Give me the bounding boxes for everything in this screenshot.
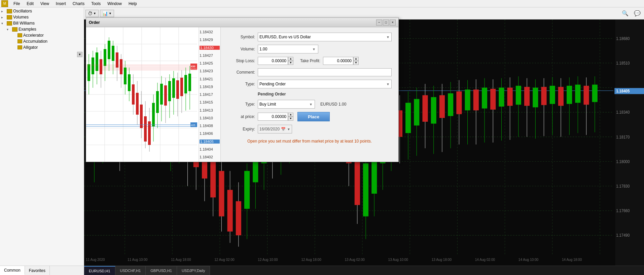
sidebar-item-label: Oscillators <box>13 9 32 13</box>
menu-window[interactable]: Window <box>106 1 123 7</box>
menu-charts[interactable]: Charts <box>71 1 86 7</box>
pending-type-select[interactable]: Buy Limit <box>258 100 315 109</box>
type-label: Type: <box>227 82 258 86</box>
sidebar-item-accumulation[interactable]: Accumulation <box>0 38 84 44</box>
svg-rect-207 <box>136 93 139 115</box>
svg-rect-199 <box>120 59 122 74</box>
svg-rect-211 <box>144 116 147 142</box>
app-icon: M <box>1 0 8 7</box>
svg-rect-203 <box>128 74 131 91</box>
dialog-close-btn[interactable]: × <box>390 19 396 26</box>
indicator-icon <box>17 33 22 37</box>
stop-loss-input[interactable] <box>258 57 288 65</box>
menu-help[interactable]: Help <box>127 1 138 7</box>
indicator-icon <box>17 45 22 49</box>
menu-bar: M File Edit View Insert Charts Tools Win… <box>0 0 644 7</box>
expiry-label: Expiry: <box>227 127 258 131</box>
svg-rect-233 <box>188 74 191 91</box>
menu-insert[interactable]: Insert <box>55 1 67 7</box>
take-profit-spinners: ▲ ▼ <box>353 57 359 65</box>
symbol-select[interactable]: EURUSD, Euro vs US Dollar <box>258 33 392 41</box>
sidebar-item-oscillators[interactable]: ▸ Oscillators <box>0 8 84 14</box>
sidebar-item-volumes[interactable]: ▸ Volumes <box>0 14 84 20</box>
at-price-input[interactable] <box>258 113 288 121</box>
volume-select[interactable]: 1.00 <box>258 45 318 53</box>
price-level: 1.18427 <box>200 53 220 57</box>
svg-text:430: 430 <box>191 65 195 68</box>
sidebar-item-bill-williams[interactable]: ▾ Bill Williams <box>0 20 84 26</box>
take-profit-input[interactable] <box>323 57 353 65</box>
tab-favorites[interactable]: Favorites <box>25 266 50 275</box>
stop-loss-label: Stop Loss: <box>227 58 258 63</box>
take-profit-label: Take Profit: <box>300 58 320 63</box>
at-price-down-btn[interactable]: ▼ <box>288 117 293 121</box>
at-price-input-wrapper: ▲ ▼ <box>258 113 293 121</box>
expander-icon: ▸ <box>1 9 7 13</box>
folder-icon <box>12 27 17 32</box>
dialog-title-bar: Order − □ × <box>86 18 398 27</box>
dialog-price-chart: EURUSD <box>86 27 221 162</box>
expander-icon: ▾ <box>7 28 12 31</box>
pending-type-label: Type: <box>227 102 258 107</box>
info-text: Open price you set must differ from mark… <box>227 139 392 144</box>
menu-view[interactable]: View <box>39 1 50 7</box>
expiry-dropdown-arrow: ▼ <box>287 127 290 131</box>
price-level: 1.18417 <box>200 92 220 96</box>
dialog-price-axis: 1.18432 1.18429 1.18430 1.18427 1.18425 … <box>199 27 220 162</box>
form-row-type: Type: Pending Order ▼ <box>227 80 392 88</box>
svg-rect-201 <box>124 68 127 84</box>
at-price-label: at price: <box>227 114 258 119</box>
take-profit-down-btn[interactable]: ▼ <box>353 61 359 65</box>
dialog-form: Symbol: EURUSD, Euro vs US Dollar ▼ Volu… <box>221 27 398 162</box>
form-row-volume: Volume: 1.00 ▼ <box>227 45 392 53</box>
svg-rect-223 <box>168 81 171 101</box>
comment-label: Comment: <box>227 70 258 75</box>
folder-icon <box>7 15 12 19</box>
take-profit-up-btn[interactable]: ▲ <box>353 57 359 61</box>
pending-section-header: Pending Order <box>227 92 392 96</box>
expiry-date: 16/08/2020 <box>259 127 280 131</box>
expiry-date-wrapper[interactable]: 16/08/2020 📅 ▼ <box>258 125 292 133</box>
place-button[interactable]: Place <box>297 112 330 121</box>
svg-rect-183 <box>87 64 90 81</box>
sidebar-item-alligator[interactable]: Alligator <box>0 44 84 50</box>
price-level: 1.18421 <box>200 77 220 81</box>
pending-info: EURUSD 1.00 <box>320 102 346 107</box>
form-row-expiry: Expiry: 16/08/2020 📅 ▼ <box>227 125 392 133</box>
sidebar-item-examples[interactable]: ▾ Examples <box>0 26 84 32</box>
symbol-label: Symbol: <box>227 35 258 39</box>
svg-rect-227 <box>176 80 179 99</box>
price-level: 1.18402 <box>200 155 220 159</box>
sidebar-item-label: Volumes <box>13 15 29 19</box>
stop-loss-up-btn[interactable]: ▲ <box>288 57 293 61</box>
type-select[interactable]: Pending Order <box>258 80 392 88</box>
menu-file[interactable]: File <box>12 1 21 7</box>
at-price-up-btn[interactable]: ▲ <box>288 113 293 117</box>
order-dialog: Order − □ × EURUSD <box>86 17 399 162</box>
sidebar-tabs: Common Favorites <box>0 266 84 275</box>
price-level: 1.18415 <box>200 100 220 104</box>
dialog-minimize-btn[interactable]: − <box>376 19 382 26</box>
svg-rect-195 <box>112 46 114 61</box>
svg-rect-191 <box>104 49 106 66</box>
comment-input[interactable] <box>258 68 392 76</box>
form-row-at-price: at price: ▲ ▼ Place <box>227 112 392 121</box>
folder-icon <box>7 21 12 26</box>
svg-rect-234 <box>86 65 197 65</box>
price-level: 1.18425 <box>200 61 220 65</box>
form-row-symbol: Symbol: EURUSD, Euro vs US Dollar ▼ <box>227 33 392 41</box>
tab-common[interactable]: Common <box>0 266 25 275</box>
menu-edit[interactable]: Edit <box>25 1 35 7</box>
menu-tools[interactable]: Tools <box>90 1 102 7</box>
stop-loss-down-btn[interactable]: ▼ <box>288 61 293 65</box>
price-level: 1.18413 <box>200 108 220 112</box>
svg-rect-219 <box>160 84 163 105</box>
scroll-down-icon[interactable]: ▼ <box>77 52 82 57</box>
svg-text:405: 405 <box>191 124 195 127</box>
svg-rect-179 <box>86 66 197 71</box>
dialog-maximize-btn[interactable]: □ <box>383 19 389 26</box>
stop-loss-spinners: ▲ ▼ <box>288 57 293 65</box>
price-level: 1.18430 <box>200 46 220 50</box>
sidebar-item-accelerator[interactable]: Accelerator <box>0 32 84 38</box>
form-row-pending-type: Type: Buy Limit ▼ EURUSD 1.00 <box>227 100 392 109</box>
